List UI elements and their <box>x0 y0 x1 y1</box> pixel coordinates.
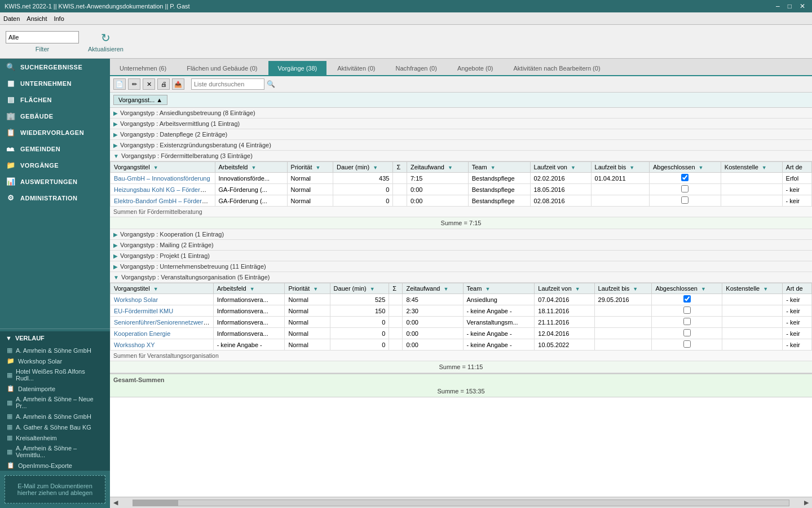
group-label-datenpflege: Vorgangstyp : Datenpflege (2 Einträge) <box>120 131 227 138</box>
verlauf-icon-2: 📁 <box>7 357 15 365</box>
row-zeitaufwand: 0:00 <box>403 317 463 328</box>
row-sigma <box>389 339 403 351</box>
group-row-veranstaltungsorganisation[interactable]: ▼ Vorgangstyp : Veranstaltungsorganisati… <box>110 272 812 283</box>
table-row[interactable]: Heizungsbau Kohl KG – Fördermittelber...… <box>111 184 812 195</box>
table-row[interactable]: Workshop Solar Informationsvera... Norma… <box>111 294 812 305</box>
verlauf-item-kreisaltenheim[interactable]: ▦ Kreisaltenheim <box>0 432 110 443</box>
expand-icon: ▶ <box>113 121 118 127</box>
row-title-link[interactable]: Elektro-Bandorf GmbH – Fördermittelbe... <box>114 198 215 204</box>
group-row-existenzgruendung[interactable]: ▶ Vorgangstyp : Existenzgründungsberatun… <box>110 140 812 151</box>
close-button[interactable]: ✕ <box>797 2 807 10</box>
tab-aktivitaeten-bearbeiter[interactable]: Aktivitäten nach Bearbeitern (0) <box>504 61 610 75</box>
tab-nachfragen[interactable]: Nachfragen (0) <box>386 61 447 75</box>
verlauf-item-amrhein2[interactable]: ▦ A. Amrhein & Söhne GmbH <box>0 411 110 422</box>
sidebar-item-gebaeude[interactable]: 🏢 GEBÄUDE <box>0 108 110 124</box>
row-title-link[interactable]: Heizungsbau Kohl KG – Fördermittelber... <box>114 186 215 193</box>
group-row-ansiedlungsbetreuung[interactable]: ▶ Vorgangstyp : Ansiedlungsbetreuung (8 … <box>110 108 812 119</box>
row-title-link[interactable]: Bau-GmbH – Innovationsförderung <box>114 175 210 182</box>
group-label-foerdermittelberatung: Vorgangstyp : Fördermittelberatung (3 Ei… <box>121 152 253 159</box>
scroll-track[interactable] <box>133 500 789 506</box>
row-title-link[interactable]: Kooperation Energie <box>114 330 170 337</box>
tool-btn-1[interactable]: 📄 <box>113 78 126 90</box>
sidebar-item-vorgaenge[interactable]: 📁 VORGÄNGE <box>0 157 110 173</box>
tool-btn-2[interactable]: ✏ <box>128 78 140 90</box>
row-arbeitsfeld: Informationsvera... <box>213 294 285 305</box>
scroll-left-arrow[interactable]: ◀ <box>110 499 121 506</box>
verlauf-item-datenimporte[interactable]: 📋 Datenimporte <box>0 383 110 394</box>
sidebar-item-flaechen[interactable]: ▤ FLÄCHEN <box>0 91 110 108</box>
verlauf-item-openimmo[interactable]: 📋 OpenImmo-Exporte <box>0 460 110 471</box>
sidebar-label-vorgaenge: VORGÄNGE <box>20 162 59 169</box>
row-zeitaufwand: 7:15 <box>407 173 468 184</box>
bottom-scrollbar[interactable]: ◀ ▶ <box>110 497 812 508</box>
scroll-thumb[interactable] <box>133 500 178 506</box>
tab-vorgaenge[interactable]: Vorgänge (38) <box>268 61 327 75</box>
group-row-datenpflege[interactable]: ▶ Vorgangstyp : Datenpflege (2 Einträge) <box>110 129 812 140</box>
group-row-unternehmensbetreuung[interactable]: ▶ Vorgangstyp : Unternehmensbetreuung (1… <box>110 261 812 272</box>
th-laufzeit-bis: Laufzeit bis ▼ <box>591 162 649 173</box>
table-row[interactable]: Seniorenführer/Seniorennetzwerk für d...… <box>111 317 812 328</box>
table-row[interactable]: Kooperation Energie Informationsvera... … <box>111 328 812 339</box>
menu-info[interactable]: Info <box>54 15 64 22</box>
summen-row-foerdermittelberatung: Summen für Fördermittelberatung <box>110 207 812 217</box>
row-arbeitsfeld: Informationsvera... <box>213 328 285 339</box>
scroll-right-arrow[interactable]: ▶ <box>801 499 812 506</box>
sidebar-item-wiedervorlagen[interactable]: 📋 WIEDERVORLAGEN <box>0 124 110 141</box>
tab-flaechen-gebaeude[interactable]: Flächen und Gebäude (0) <box>177 61 267 75</box>
group-row-kooperation[interactable]: ▶ Vorgangstyp : Kooperation (1 Eintrag) <box>110 229 812 240</box>
row-sigma <box>389 294 403 305</box>
maximize-button[interactable]: □ <box>785 2 794 10</box>
minimize-button[interactable]: – <box>774 2 782 10</box>
tab-aktivitaeten[interactable]: Aktivitäten (0) <box>328 61 385 75</box>
row-zeitaufwand: 0:00 <box>407 184 468 195</box>
main-content[interactable]: ▶ Vorgangstyp : Ansiedlungsbetreuung (8 … <box>110 108 812 497</box>
list-search-input[interactable] <box>191 78 264 90</box>
group-row-arbeitsvermittlung[interactable]: ▶ Vorgangstyp : Arbeitsvermittlung (1 Ei… <box>110 119 812 129</box>
th-sigma: Σ <box>393 162 407 173</box>
table-row[interactable]: Elektro-Bandorf GmbH – Fördermittelbe...… <box>111 195 812 207</box>
table-row[interactable]: Bau-GmbH – Innovationsförderung Innovati… <box>111 173 812 184</box>
row-title-link[interactable]: Workshop Solar <box>114 296 158 303</box>
sidebar-item-auswertungen[interactable]: 📊 AUSWERTUNGEN <box>0 173 110 190</box>
aktualisieren-button[interactable]: ↻ Aktualisieren <box>88 31 123 52</box>
table-row[interactable]: EU-Fördermittel KMU Informationsvera... … <box>111 305 812 317</box>
expand-icon: ▶ <box>113 264 118 270</box>
filter-input[interactable] <box>6 31 79 43</box>
row-abgeschlossen <box>649 195 721 207</box>
row-dauer: 0 <box>330 317 389 328</box>
sort-header: Vorgangsst... ▲ <box>110 93 812 108</box>
expand-icon: ▶ <box>113 231 118 238</box>
sidebar-item-administration[interactable]: ⚙ ADMINISTRATION <box>0 190 110 206</box>
tool-btn-3[interactable]: ✕ <box>143 78 155 90</box>
menu-ansicht[interactable]: Ansicht <box>27 15 47 22</box>
tool-btn-4[interactable]: 🖨 <box>157 78 170 90</box>
sidebar-item-unternehmen[interactable]: ▦ UNTERNEHMEN <box>0 75 110 91</box>
verlauf-section: ▼ VERLAUF ▦ A. Amrhein & Söhne GmbH 📁 Wo… <box>0 331 110 471</box>
group-row-projekt[interactable]: ▶ Vorgangstyp : Projekt (1 Eintrag) <box>110 251 812 261</box>
group-row-foerdermittelberatung[interactable]: ▼ Vorgangstyp : Fördermittelberatung (3 … <box>110 151 812 161</box>
verlauf-item-amrhein-neue[interactable]: ▦ A. Amrhein & Söhne – Neue Pr... <box>0 394 110 411</box>
sort-button-vorgangstyp[interactable]: Vorgangsst... ▲ <box>113 95 167 105</box>
tab-unternehmen[interactable]: Unternehmen (6) <box>110 61 176 75</box>
row-sigma <box>393 195 407 207</box>
sidebar-item-gemeinden[interactable]: 🏘 GEMEINDEN <box>0 141 110 157</box>
row-title-link[interactable]: Worksshop XY <box>114 341 155 348</box>
row-title-link[interactable]: EU-Fördermittel KMU <box>114 308 173 314</box>
expand-icon: ▶ <box>113 142 118 148</box>
group-row-mailing[interactable]: ▶ Vorgangstyp : Mailing (2 Einträge) <box>110 240 812 251</box>
verlauf-item-amrhein[interactable]: ▦ A. Amrhein & Söhne GmbH <box>0 345 110 356</box>
row-title-link[interactable]: Seniorenführer/Seniorennetzwerk für d... <box>114 319 213 326</box>
row-abgeschlossen <box>652 317 722 328</box>
gemeinden-icon: 🏘 <box>6 144 16 153</box>
row-art: - keir <box>783 305 812 317</box>
tab-angebote[interactable]: Angebote (0) <box>448 61 503 75</box>
tool-btn-5[interactable]: 📤 <box>172 78 184 90</box>
verlauf-item-workshop-solar[interactable]: 📁 Workshop Solar <box>0 356 110 366</box>
verlauf-item-amrhein-vermittl[interactable]: ▦ A. Amrhein & Söhne – Vermittlu... <box>0 443 110 460</box>
menu-daten[interactable]: Daten <box>3 15 20 22</box>
verlauf-item-gather[interactable]: ▦ A. Gather & Söhne Bau KG <box>0 422 110 432</box>
row-prioritaet: Normal <box>285 294 330 305</box>
sidebar-item-suchergebnisse[interactable]: 🔍 SUCHERGEBNISSE <box>0 59 110 75</box>
table-row[interactable]: Worksshop XY - keine Angabe - Normal 0 0… <box>111 339 812 351</box>
verlauf-item-hotel[interactable]: ▦ Hotel Weißes Roß Alfons Rudl... <box>0 366 110 383</box>
